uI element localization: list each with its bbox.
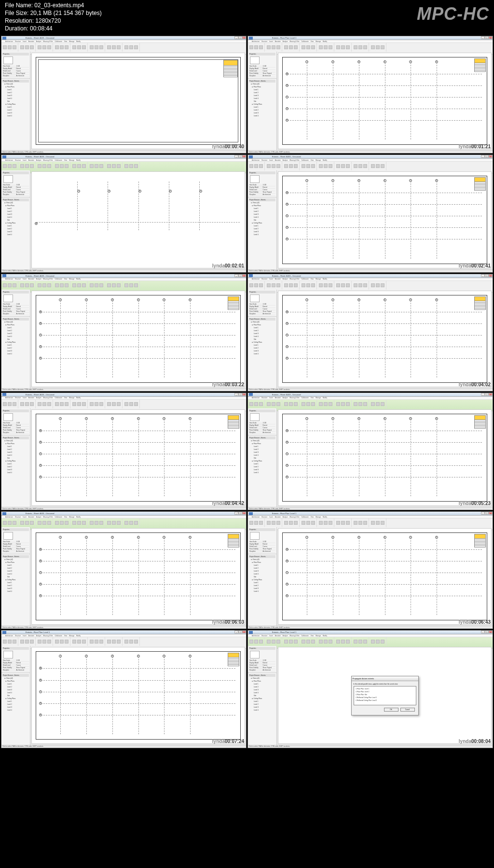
ribbon-tab[interactable]: Modify (76, 397, 81, 399)
ribbon-button[interactable] (341, 45, 345, 49)
ribbon-button[interactable] (134, 640, 138, 644)
close-button[interactable]: × (242, 155, 246, 158)
grid-line[interactable] (288, 465, 482, 466)
ribbon-button[interactable] (249, 164, 253, 168)
ribbon-button[interactable] (55, 283, 59, 287)
type-selector[interactable] (250, 175, 260, 183)
ribbon-button[interactable] (259, 640, 263, 644)
grid-line[interactable] (288, 204, 482, 205)
ribbon-button[interactable] (336, 45, 340, 49)
ribbon-button[interactable] (107, 402, 111, 406)
grid-bubble[interactable]: 6 (435, 536, 438, 539)
grid-bubble[interactable]: 6 (435, 298, 438, 301)
ribbon-button[interactable] (8, 45, 12, 49)
grid-bubble[interactable]: 2 (85, 655, 88, 658)
thumbnail[interactable]: Extents - Floor Plan: Level 1 - □ × Arch… (247, 511, 493, 629)
grid-line[interactable] (41, 312, 235, 312)
ribbon-button[interactable] (47, 640, 51, 644)
ribbon-button[interactable] (60, 521, 64, 525)
ribbon-button[interactable] (267, 640, 271, 644)
grid-line[interactable] (41, 596, 235, 596)
ribbon-button[interactable] (363, 164, 367, 168)
ribbon-tab[interactable]: Analyze (36, 278, 41, 280)
drawing-canvas[interactable]: 123456ABCDE (31, 647, 245, 743)
ribbon-button[interactable] (90, 45, 94, 49)
ribbon-button[interactable] (336, 521, 340, 525)
ribbon-button[interactable] (77, 164, 81, 168)
grid-line[interactable] (77, 182, 78, 230)
ribbon-button[interactable] (354, 640, 357, 644)
ribbon-tab[interactable]: Manage (316, 278, 321, 280)
close-button[interactable]: × (489, 36, 493, 39)
ribbon-button[interactable] (354, 521, 357, 525)
ribbon-tab[interactable]: View (64, 41, 67, 42)
ribbon-tab[interactable]: Annotate (28, 41, 34, 42)
ribbon-tab[interactable]: Structure (15, 278, 21, 280)
ribbon-tab[interactable]: Architecture (252, 278, 260, 280)
grid-bubble[interactable]: E (286, 357, 288, 360)
ribbon-tab[interactable]: Analyze (283, 397, 288, 399)
grid-bubble[interactable]: A (286, 429, 288, 432)
ribbon-button[interactable] (65, 45, 69, 49)
tree-item[interactable]: Level 4 (249, 590, 275, 593)
ribbon-tab[interactable]: Architecture (5, 635, 13, 637)
type-selector[interactable] (3, 413, 13, 421)
ribbon-tab[interactable]: Modify (323, 278, 327, 280)
cancel-button[interactable]: Cancel (400, 708, 415, 712)
ribbon-button[interactable] (259, 164, 263, 168)
ribbon-button[interactable] (112, 164, 116, 168)
ribbon-tab[interactable]: View (64, 516, 67, 518)
close-button[interactable]: × (242, 393, 246, 396)
grid-bubble[interactable]: 5 (409, 60, 412, 63)
ribbon-tab[interactable]: Insert (23, 159, 27, 161)
ribbon-tab[interactable]: Manage (316, 635, 321, 637)
ribbon-button[interactable] (77, 521, 81, 525)
ribbon-button[interactable] (77, 283, 81, 287)
ribbon-button[interactable] (302, 640, 305, 644)
grid-line[interactable] (288, 312, 482, 312)
grid-line[interactable] (41, 692, 235, 692)
ribbon-tab[interactable]: Annotate (275, 41, 281, 42)
grid-bubble[interactable]: D (39, 583, 42, 586)
ribbon-button[interactable] (336, 283, 340, 287)
ribbon-button[interactable] (99, 283, 103, 287)
minimize-button[interactable]: - (481, 274, 485, 277)
property-row[interactable]: DisciplineArchitectural (249, 313, 275, 315)
ribbon-tab[interactable]: Annotate (275, 278, 281, 280)
ribbon-tab[interactable]: Manage (316, 397, 321, 399)
ribbon-tab[interactable]: Massing & Site (43, 41, 53, 42)
ribbon-button[interactable] (82, 164, 86, 168)
close-button[interactable]: × (489, 512, 493, 515)
thumbnail[interactable]: Extents - Floor Plan: Level 1 - □ × Arch… (247, 630, 493, 748)
ribbon-tab[interactable]: Massing & Site (289, 635, 299, 637)
ribbon-button[interactable] (42, 283, 46, 287)
ribbon-button[interactable] (95, 402, 98, 406)
property-row[interactable]: DisciplineArchitectural (2, 194, 29, 196)
ribbon-button[interactable] (117, 521, 121, 525)
ribbon-button[interactable] (55, 164, 59, 168)
ribbon-button[interactable] (249, 283, 253, 287)
grid-bubble[interactable]: 3 (111, 536, 114, 539)
ribbon-button[interactable] (294, 164, 298, 168)
thumbnail[interactable]: Extents - Sheet: A101 - Unnamed - □ × Ar… (1, 392, 247, 510)
ribbon-button[interactable] (329, 45, 332, 49)
ribbon-button[interactable] (38, 521, 41, 525)
grid-bubble[interactable]: 6 (189, 417, 192, 420)
close-button[interactable]: × (489, 274, 493, 277)
tree-item[interactable]: Level 4 (249, 114, 275, 117)
ribbon-button[interactable] (346, 640, 350, 644)
ribbon-button[interactable] (254, 45, 258, 49)
grid-line[interactable] (41, 454, 235, 454)
ribbon-tab[interactable]: View (311, 397, 314, 399)
grid-bubble[interactable]: 2 (85, 417, 88, 420)
ribbon-button[interactable] (341, 283, 345, 287)
ribbon-button[interactable] (306, 402, 310, 406)
grid-bubble[interactable]: 3 (111, 417, 114, 420)
grid-line[interactable] (288, 109, 482, 109)
ribbon-tab[interactable]: View (64, 278, 67, 280)
type-selector[interactable] (250, 413, 260, 421)
ribbon-button[interactable] (276, 640, 280, 644)
ribbon-tab[interactable]: Annotate (275, 397, 281, 399)
ribbon-button[interactable] (249, 45, 253, 49)
ribbon-button[interactable] (55, 45, 59, 49)
